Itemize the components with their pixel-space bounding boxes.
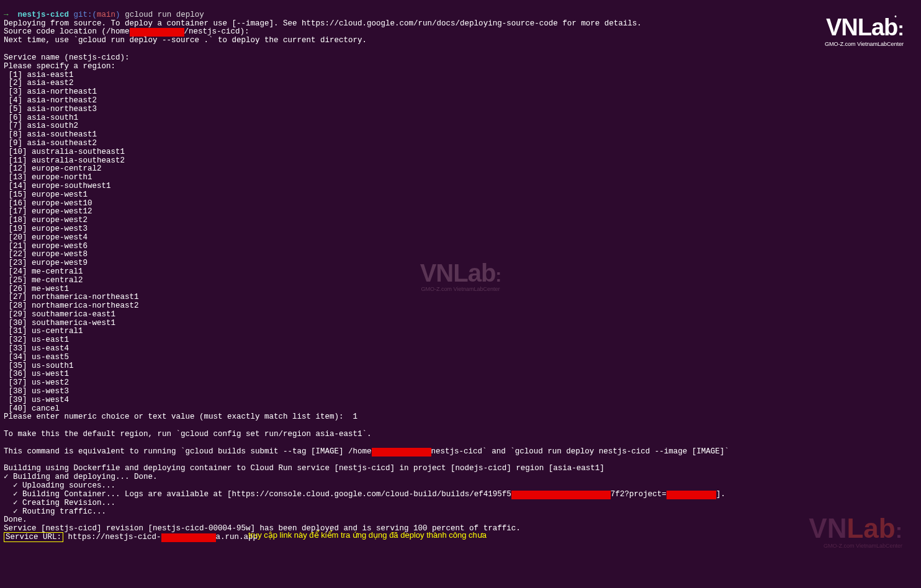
region-option: [29] southamerica-east1 [4,310,115,319]
line-specify-region: Please specify a region: [4,62,115,71]
region-option: [14] europe-southwest1 [4,182,111,190]
region-option: [38] us-west3 [4,387,69,396]
region-option: [9] asia-southeast2 [4,139,97,148]
line-creating-revision: ✓ Creating Revision... [4,499,115,507]
line-default-region: To make this the default region, run `gc… [4,430,372,439]
region-option: [15] europe-west1 [4,190,88,199]
logo-brand: VNLab [826,14,897,40]
logo-top-right: • VNLab: GMO-Z.com VietnamLabCenter [825,16,904,49]
region-option: [3] asia-northeast1 [4,87,97,96]
region-option: [19] europe-west3 [4,225,88,233]
line-building: Building using Dockerfile and deploying … [4,464,604,473]
region-option: [34] us-east5 [4,353,69,362]
region-option: [24] me-central1 [4,267,83,276]
redaction [667,491,716,499]
region-option: [33] us-east4 [4,344,69,353]
region-option: [23] europe-west9 [4,259,88,267]
line-routing: ✓ Routing traffic... [4,507,106,516]
region-option: [6] asia-south1 [4,114,78,122]
region-option: [1] asia-east1 [4,71,74,79]
region-option: [28] northamerica-northeast2 [4,301,139,310]
region-option: [5] asia-northeast3 [4,105,97,114]
region-option: [37] us-west2 [4,378,69,387]
prompt-arrow: → [4,11,9,19]
line-deploy-source: Deploying from source. To deploy a conta… [4,19,642,28]
annotation-text: truy cập link này để kiểm tra ứng dụng đ… [248,531,487,540]
line-choice: Please enter numeric choice or text valu… [4,412,357,421]
region-option: [17] europe-west12 [4,207,92,216]
line-uploading: ✓ Uploading sources... [4,481,115,490]
region-option: [26] me-west1 [4,285,69,293]
line-next-time: Next time, use `gcloud run deploy --sour… [4,36,367,45]
git-branch: main [97,11,115,19]
region-option: [40] cancel [4,404,60,413]
redaction [511,491,611,499]
line-service-name: Service name (nestjs-cicd): [4,53,130,62]
redaction [372,448,431,457]
region-option: [36] us-west1 [4,370,69,378]
service-url-highlight: Service URL: [4,532,63,542]
region-option: [7] asia-south2 [4,122,78,130]
region-option: [12] europe-central2 [4,164,102,173]
region-option: [22] europe-west8 [4,250,88,259]
region-option: [30] southamerica-west1 [4,319,115,327]
prompt-dir: nestjs-cicd [18,11,70,19]
region-option: [2] asia-east2 [4,79,74,87]
logo-sub: GMO-Z.com VietnamLabCenter [825,40,904,49]
region-option: [31] us-central1 [4,327,83,336]
region-option: [32] us-east1 [4,336,69,344]
region-option: [39] us-west4 [4,396,69,404]
region-option: [27] northamerica-northeast1 [4,293,139,301]
region-option: [8] asia-southeast1 [4,130,97,139]
region-option: [11] australia-southeast2 [4,156,125,165]
region-option: [35] us-south1 [4,362,74,370]
region-option: [21] europe-west6 [4,242,88,251]
region-option: [10] australia-southeast1 [4,148,125,156]
region-option: [20] europe-west4 [4,233,88,242]
redaction [161,533,216,542]
redaction [130,28,184,37]
region-option: [13] europe-north1 [4,173,92,182]
region-option: [18] europe-west2 [4,216,88,225]
git-label: git:( [74,11,97,19]
line-build-done: ✓ Building and deploying... Done. [4,473,158,481]
region-option: [16] europe-west10 [4,199,92,208]
region-option: [4] asia-northeast2 [4,96,97,105]
region-list: [1] asia-east1 [2] asia-east2 [3] asia-n… [4,71,917,414]
region-option: [25] me-central2 [4,276,83,285]
terminal-output[interactable]: → nestjs-cicd git:(main) gcloud run depl… [4,2,917,542]
line-done: Done. [4,515,27,524]
command: gcloud run deploy [125,11,204,19]
